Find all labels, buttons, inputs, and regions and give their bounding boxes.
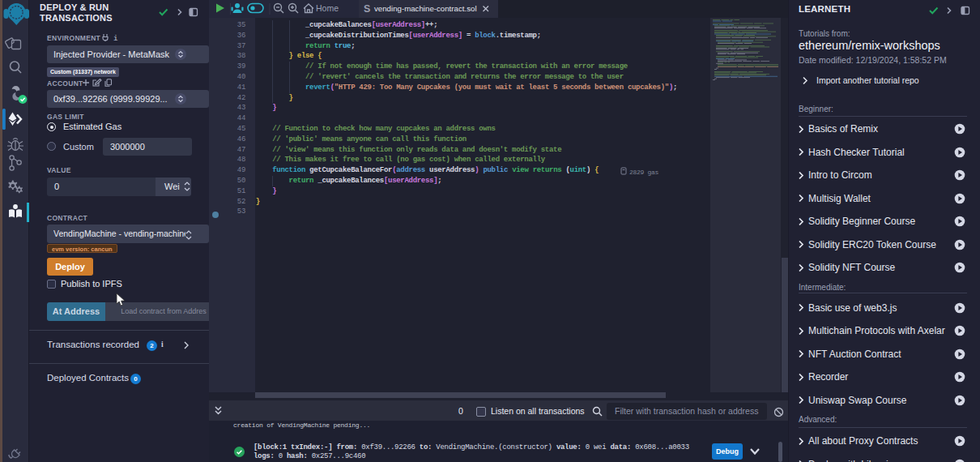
svg-text:vending-machine-contract.sol: vending-machine-contract.sol (374, 4, 477, 13)
svg-text:Home: Home (316, 3, 339, 13)
svg-text:S: S (364, 3, 370, 15)
svg-text:i: i (113, 35, 118, 41)
svg-text:2829 gas: 2829 gas (629, 169, 659, 176)
